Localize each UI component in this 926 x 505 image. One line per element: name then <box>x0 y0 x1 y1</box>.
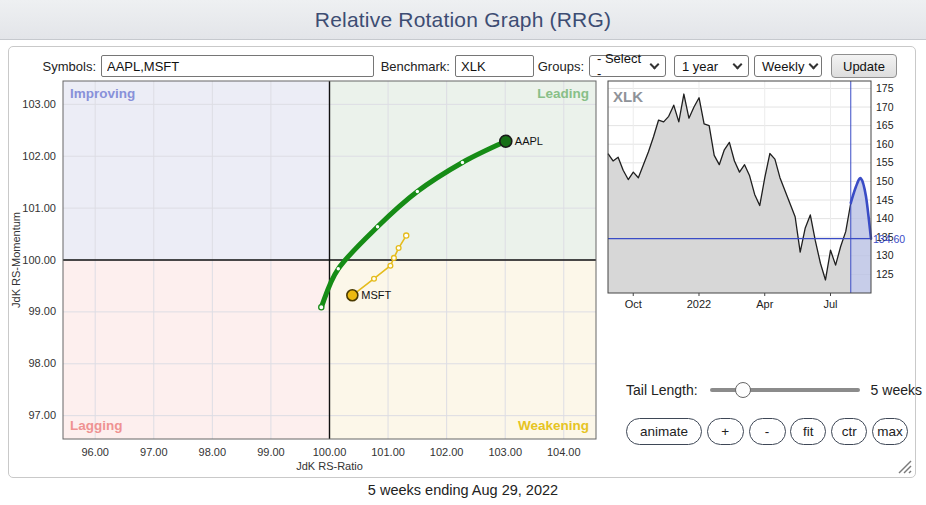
period-select[interactable]: 1 year <box>674 55 749 77</box>
symbols-input[interactable] <box>101 55 374 77</box>
chevron-down-icon <box>809 59 819 69</box>
svg-text:130: 130 <box>876 249 894 261</box>
svg-text:125: 125 <box>876 268 894 280</box>
svg-text:Leading: Leading <box>537 86 589 101</box>
animate-button[interactable]: animate <box>626 418 702 445</box>
svg-text:103.00: 103.00 <box>22 98 56 110</box>
svg-text:145: 145 <box>876 194 894 206</box>
svg-text:2022: 2022 <box>687 298 711 310</box>
svg-text:Jul: Jul <box>823 298 837 310</box>
svg-text:100.00: 100.00 <box>313 446 347 458</box>
svg-text:104.00: 104.00 <box>547 446 581 458</box>
svg-text:AAPL: AAPL <box>515 135 543 147</box>
app-header: Relative Rotation Graph (RRG) <box>0 0 926 40</box>
slider-handle[interactable] <box>735 382 751 398</box>
svg-text:JdK RS-Momentum: JdK RS-Momentum <box>10 212 22 308</box>
chevron-down-icon <box>650 59 660 69</box>
frequency-select[interactable]: Weekly <box>754 55 822 77</box>
svg-text:102.00: 102.00 <box>430 446 464 458</box>
svg-text:Improving: Improving <box>70 86 135 101</box>
slider-track[interactable] <box>710 388 860 392</box>
svg-text:97.00: 97.00 <box>140 446 168 458</box>
svg-text:101.00: 101.00 <box>22 202 56 214</box>
svg-text:96.00: 96.00 <box>81 446 109 458</box>
svg-text:Oct: Oct <box>625 298 642 310</box>
svg-text:150: 150 <box>876 175 894 187</box>
svg-text:Lagging: Lagging <box>70 418 123 433</box>
symbols-label: Symbols: <box>9 59 101 74</box>
zoom-out-button[interactable]: - <box>749 418 786 445</box>
svg-text:99.00: 99.00 <box>257 446 285 458</box>
svg-text:102.00: 102.00 <box>22 150 56 162</box>
rrg-panel: Symbols: Benchmark: Groups: - Select - 1… <box>8 46 916 478</box>
groups-label: Groups: <box>534 59 589 74</box>
svg-text:97.00: 97.00 <box>28 409 56 421</box>
svg-text:101.00: 101.00 <box>371 446 405 458</box>
benchmark-chart[interactable]: 125130135140145150155160165170175Oct2022… <box>606 75 906 325</box>
svg-text:100.00: 100.00 <box>22 254 56 266</box>
footer-caption: 5 weeks ending Aug 29, 2022 <box>0 482 926 498</box>
benchmark-label: Benchmark: <box>374 59 455 74</box>
zoom-in-button[interactable]: + <box>707 418 744 445</box>
page-title: Relative Rotation Graph (RRG) <box>315 8 611 32</box>
resize-grip-icon[interactable] <box>895 457 912 474</box>
tail-length-label: Tail Length: <box>626 382 698 398</box>
svg-text:99.00: 99.00 <box>28 305 56 317</box>
svg-text:98.00: 98.00 <box>28 357 56 369</box>
max-button[interactable]: max <box>872 418 908 445</box>
svg-text:160: 160 <box>876 138 894 150</box>
svg-text:MSFT: MSFT <box>361 289 391 301</box>
rrg-chart[interactable]: ImprovingLeadingLaggingWeakening96.0097.… <box>9 75 609 479</box>
svg-text:170: 170 <box>876 101 894 113</box>
svg-text:155: 155 <box>876 156 894 168</box>
period-select-value: 1 year <box>682 59 718 74</box>
tail-length-row: Tail Length: 5 weeks <box>626 379 910 401</box>
fit-button[interactable]: fit <box>790 418 826 445</box>
chart-buttons: animate + - fit ctr max <box>626 418 908 445</box>
groups-select[interactable]: - Select - <box>589 55 666 77</box>
svg-text:165: 165 <box>876 119 894 131</box>
svg-text:103.00: 103.00 <box>488 446 522 458</box>
tail-length-slider[interactable] <box>710 381 860 399</box>
svg-text:JdK RS-Ratio: JdK RS-Ratio <box>296 460 363 472</box>
svg-text:Weakening: Weakening <box>518 418 589 433</box>
svg-text:98.00: 98.00 <box>199 446 227 458</box>
svg-text:140: 140 <box>876 212 894 224</box>
svg-text:Apr: Apr <box>756 298 773 310</box>
benchmark-input[interactable] <box>455 55 534 77</box>
frequency-select-value: Weekly <box>762 59 804 74</box>
tail-length-value: 5 weeks <box>871 382 922 398</box>
chevron-down-icon <box>733 59 743 69</box>
center-button[interactable]: ctr <box>831 418 867 445</box>
svg-text:XLK: XLK <box>613 88 643 105</box>
svg-text:175: 175 <box>876 82 894 94</box>
svg-text:134.60: 134.60 <box>873 233 905 245</box>
